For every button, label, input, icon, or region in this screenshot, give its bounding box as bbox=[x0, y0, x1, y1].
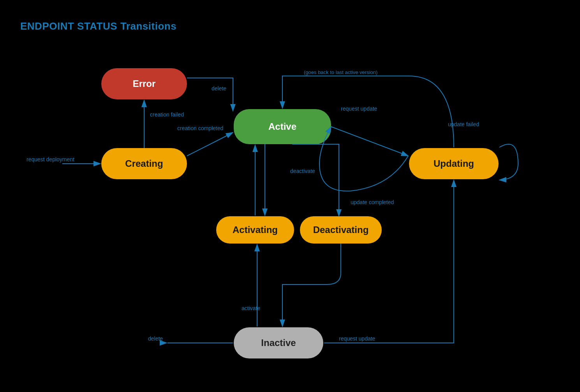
state-creating: Creating bbox=[101, 148, 187, 179]
label-goes-back: (goes back to last active version) bbox=[304, 69, 377, 76]
state-deactivating: Deactivating bbox=[300, 216, 382, 244]
diagram-container: ENDPOINT STATUS Transitions Error Creati… bbox=[0, 0, 580, 392]
state-active: Active bbox=[234, 109, 331, 144]
label-update-failed: update failed bbox=[448, 121, 479, 128]
label-update-completed: update completed bbox=[351, 199, 394, 206]
state-inactive: Inactive bbox=[234, 327, 323, 358]
label-delete-inactive: delete bbox=[148, 335, 163, 342]
state-activating: Activating bbox=[216, 216, 294, 244]
label-request-update-active: request update bbox=[341, 105, 377, 112]
label-request-update-inactive: request update bbox=[339, 335, 375, 342]
state-updating: Updating bbox=[409, 148, 499, 179]
page-title: ENDPOINT STATUS Transitions bbox=[20, 20, 176, 32]
label-request-deployment: request deployment bbox=[26, 156, 74, 163]
label-creation-completed: creation completed bbox=[177, 125, 223, 132]
state-error: Error bbox=[101, 68, 187, 99]
label-delete: delete bbox=[212, 85, 226, 92]
label-deactivate: deactivate bbox=[290, 168, 315, 175]
label-creation-failed: creation failed bbox=[150, 111, 184, 118]
label-activate: activate bbox=[242, 305, 260, 312]
